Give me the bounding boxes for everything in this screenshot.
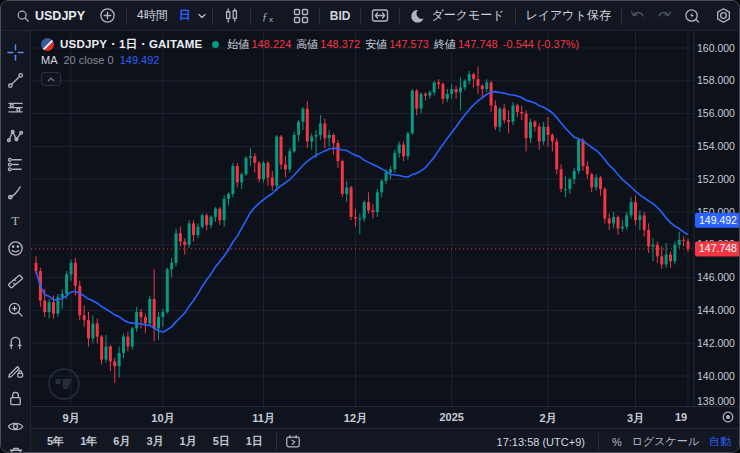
- bid-button[interactable]: BID: [323, 4, 358, 28]
- fx-icon: ƒx: [261, 8, 279, 24]
- zoom-in-icon: [7, 301, 24, 318]
- tool-remove-all[interactable]: [3, 440, 29, 453]
- search-icon: [16, 9, 30, 23]
- price-tick: 146.000: [697, 271, 735, 283]
- tool-zoom-in[interactable]: [3, 295, 29, 323]
- tool-fib-retracement[interactable]: [3, 94, 29, 122]
- dark-mode-button[interactable]: ダークモード: [403, 4, 511, 28]
- chart-legend: USDJPY・1日・GAITAME 始値148.224 高値148.372 安値…: [41, 36, 581, 86]
- emoji-icon: [7, 240, 24, 257]
- time-tick: 10月: [151, 411, 174, 426]
- expand-panel-button[interactable]: [364, 4, 396, 28]
- tool-magnet[interactable]: [3, 328, 29, 356]
- range-buttons: 5年1年6月3月1月5日1日: [41, 431, 273, 452]
- interval-day-button[interactable]: 日: [175, 4, 195, 28]
- divider: [598, 433, 599, 451]
- redo-icon: [656, 9, 672, 23]
- crosshair-icon: [7, 44, 24, 61]
- percent-scale-button[interactable]: %: [612, 436, 622, 448]
- go-to-date-button[interactable]: [280, 430, 306, 453]
- range-button-3月[interactable]: 3月: [140, 431, 169, 452]
- tool-trend-line[interactable]: [3, 66, 29, 94]
- grid-layout-icon: [293, 8, 309, 24]
- time-tick: 11月: [252, 411, 275, 426]
- price-tick: 158.000: [697, 74, 735, 86]
- range-button-1月[interactable]: 1月: [174, 431, 203, 452]
- clock-display[interactable]: 17:13:58 (UTC+9): [497, 436, 585, 448]
- expand-width-icon: [371, 8, 389, 23]
- alert-button[interactable]: [677, 4, 708, 28]
- tool-pattern-xabcd[interactable]: [3, 122, 29, 150]
- tool-ruler[interactable]: [3, 267, 29, 295]
- redo-button[interactable]: [651, 4, 677, 28]
- bid-label: BID: [330, 9, 351, 23]
- divider: [360, 7, 361, 25]
- range-button-1日[interactable]: 1日: [240, 431, 269, 452]
- price-tick: 160.000: [697, 42, 735, 54]
- interval-4h-button[interactable]: 4時間: [130, 4, 175, 28]
- auto-scale-button[interactable]: 自動: [709, 434, 731, 449]
- candlestick-icon: [223, 7, 240, 24]
- compare-add-button[interactable]: [92, 4, 123, 28]
- legend-collapse-button[interactable]: [41, 72, 61, 86]
- price-tick: 142.000: [697, 337, 735, 349]
- price-tick: 140.000: [697, 370, 735, 382]
- range-button-6月[interactable]: 6月: [107, 431, 136, 452]
- market-status-dot: [212, 41, 219, 48]
- gear-icon: [715, 7, 732, 24]
- save-layout-button[interactable]: レイアウト保存: [519, 4, 618, 28]
- low-label: 安値: [365, 38, 387, 50]
- settings-button[interactable]: [708, 4, 739, 28]
- tool-drawing-mode-lock[interactable]: [3, 356, 29, 384]
- indicators-button[interactable]: ƒx: [254, 4, 286, 28]
- tradingview-window: USDJPY 4時間 日 ƒx BID: [0, 0, 740, 453]
- magnet-icon: [7, 334, 24, 351]
- axis-settings-button[interactable]: [721, 410, 735, 424]
- divider: [250, 7, 251, 25]
- time-tick: 2月: [539, 411, 556, 426]
- indicator-templates-button[interactable]: [286, 4, 316, 28]
- tool-forecast[interactable]: [3, 150, 29, 178]
- fib-retracement-icon: [7, 100, 24, 117]
- interval-day-label: 日: [179, 7, 191, 24]
- ma-title[interactable]: MA: [41, 54, 58, 66]
- symbol-search-button[interactable]: USDJPY: [9, 4, 92, 28]
- bottom-toolbar: 5年1年6月3月1月5日1日 17:13:58 (UTC+9) % ログスケール…: [31, 428, 740, 453]
- chart-pane[interactable]: 138.000140.000142.000144.000146.000148.0…: [31, 31, 740, 453]
- legend-title[interactable]: USDJPY・1日・GAITAME: [60, 37, 202, 52]
- change-value: -0.544 (-0.37%): [503, 38, 579, 50]
- time-tick: 9月: [62, 411, 79, 426]
- divider: [126, 7, 127, 25]
- divider: [399, 7, 400, 25]
- low-value: 147.573: [389, 38, 429, 50]
- svg-text:147.748: 147.748: [699, 242, 737, 254]
- trash-icon: [8, 446, 24, 453]
- price-tick: 154.000: [697, 140, 735, 152]
- pencil-lock-icon: [7, 362, 24, 379]
- range-button-5日[interactable]: 5日: [207, 431, 236, 452]
- time-axis[interactable]: 9月10月11月12月20252月3月19: [31, 406, 740, 428]
- range-button-1年[interactable]: 1年: [74, 431, 103, 452]
- tool-brush[interactable]: [3, 178, 29, 206]
- chart-style-button[interactable]: [216, 4, 247, 28]
- tool-emoji[interactable]: [3, 234, 29, 262]
- high-value: 148.372: [320, 38, 360, 50]
- interval-menu-button[interactable]: [195, 4, 209, 28]
- chevron-down-icon: [197, 11, 207, 21]
- tool-hide-all[interactable]: [3, 412, 29, 440]
- price-tick: 138.000: [697, 395, 735, 407]
- chevron-up-icon: [47, 77, 55, 82]
- tool-lock-all[interactable]: [3, 384, 29, 412]
- interval-4h-label: 4時間: [137, 7, 168, 24]
- price-axis[interactable]: 138.000140.000142.000144.000146.000148.0…: [694, 31, 740, 406]
- undo-button[interactable]: [625, 4, 651, 28]
- candlestick-chart[interactable]: 138.000140.000142.000144.000146.000148.0…: [31, 31, 740, 406]
- svg-text:T: T: [11, 213, 19, 228]
- topbar-right-group: [677, 4, 740, 28]
- trend-line-icon: [7, 72, 24, 89]
- tool-crosshair[interactable]: [3, 38, 29, 66]
- divider: [276, 433, 277, 451]
- tool-text[interactable]: T: [3, 206, 29, 234]
- range-button-5年[interactable]: 5年: [41, 431, 70, 452]
- log-scale-button[interactable]: ログスケール: [632, 434, 699, 449]
